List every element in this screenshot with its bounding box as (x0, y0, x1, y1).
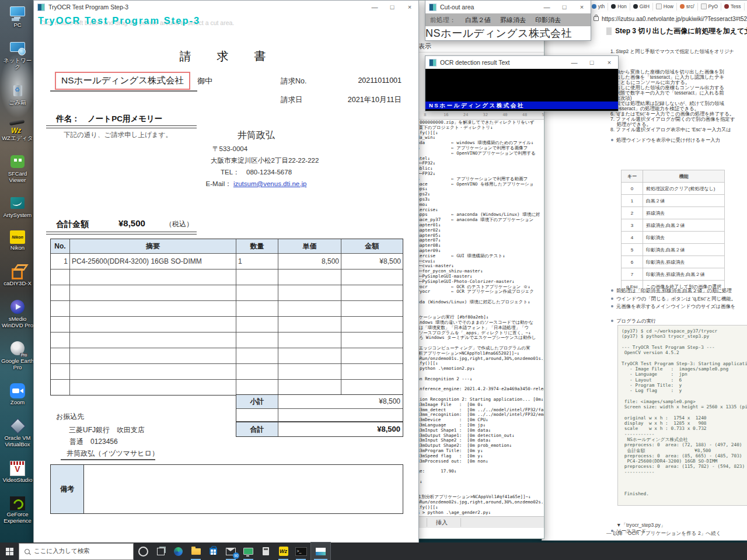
terminal-line (622, 340, 747, 345)
editor-line: chapter08↓ (414, 243, 544, 249)
cutout-title-bar[interactable]: Cut-out area — □ × (425, 1, 591, 13)
desktop-icon[interactable]: V VideoStudio (1, 460, 34, 484)
desktop-icon[interactable]: PC (1, 5, 34, 29)
desktop-icon-label: caDIY3D-X (1, 281, 34, 287)
minimize-button[interactable]: — (366, 1, 383, 13)
preprocess-toolbar: 前処理： 白黒２値 罫線消去 印影消去 (425, 13, 591, 26)
editor-line: Windows 環境の違いでそのままのソースコードでは動かな (414, 320, 544, 326)
preprocess-remove-lines[interactable]: 罫線消去 (500, 16, 526, 24)
editor-line: tryocr ← OCR アプリケーション作成プロジェク (414, 289, 544, 295)
terminal-line: preprocess: 0 area: (72, 188) - (497, 24… (622, 442, 747, 447)
browser-tab[interactable]: PyO (698, 3, 722, 10)
editor-menu-view[interactable]: 表示 (409, 41, 544, 52)
task-view-button[interactable] (153, 542, 169, 560)
subtotal-block: 小計 ¥8,500 合計 ¥8,500 (236, 394, 403, 437)
taskbar: ここに入力して検索 90 Wz >_ (0, 542, 747, 560)
close-button[interactable]: × (573, 1, 591, 13)
browser-tab[interactable]: Tess (721, 3, 744, 10)
desktop-icon-label: sMedio WinDVD Pro (1, 316, 34, 329)
calculator-button[interactable] (258, 542, 274, 560)
desktop-icon[interactable]: Nikon Nikon (1, 230, 34, 251)
client-underline (50, 90, 197, 92)
editor-line: ;33mInput Shape2 : [0m data↓ (414, 438, 544, 443)
minimize-button[interactable]: — (566, 56, 583, 69)
editor-line: public↓ (414, 166, 544, 172)
wz-editor-button[interactable]: Wz (275, 542, 291, 560)
minimize-button[interactable]: — (538, 1, 556, 13)
maximize-button[interactable]: □ (556, 1, 573, 13)
desktop-icon[interactable]: ごみ箱 (1, 82, 34, 106)
desktop-icon[interactable]: Zoom (1, 383, 34, 406)
desktop-icon[interactable]: Wz WZエディタ (1, 118, 34, 142)
console-button[interactable]: >_ (293, 542, 309, 560)
file-explorer-button[interactable] (188, 542, 204, 560)
browser-tab-label: Hon (617, 4, 627, 9)
desktop-icon[interactable]: SFCard Viewer (1, 153, 34, 184)
ocr-title-bar[interactable]: OCR detection result Text — □ × (425, 56, 618, 69)
terminal-line: PC4-25600(DDR4-3200) 16GB SO-DIMM (622, 459, 747, 464)
terminal-line (622, 355, 747, 360)
editor-line (414, 295, 544, 300)
main-title-bar[interactable]: TryOCR Test Program Step-3 — □ × (34, 1, 418, 13)
browser-tab[interactable] (745, 3, 747, 10)
desktop-icon-list: PC ネットワーク ごみ箱 Wz WZエディタ SFCard Viewer Ar… (1, 5, 34, 524)
editor-line (414, 392, 544, 397)
maximize-button[interactable]: □ (383, 1, 401, 13)
window-icon (429, 4, 437, 11)
heading-marker (606, 27, 612, 35)
editor-line: intel↓ (414, 156, 544, 162)
terminal-line: (py37) $ cd ~/workspace_py37/tryocr (622, 328, 747, 334)
app-icon (9, 195, 26, 211)
tax-row-label (236, 409, 278, 421)
ocr-result-canvas: NSホールディングス株式会社 (425, 69, 618, 111)
editor-line: exercise↓ (414, 208, 544, 213)
mail-button[interactable]: 90 (223, 542, 239, 560)
desktop-icon[interactable]: Pro Google Earth Pro (1, 341, 34, 371)
cortana-button[interactable] (135, 542, 151, 560)
editor-line: ion Recognition 2 ---↓ (414, 377, 544, 382)
desktop-icon[interactable]: GeForce Experience (1, 495, 34, 524)
desktop-icon[interactable]: Oracle VM VirtualBox (1, 418, 34, 448)
terminal-line: OpenCV version 4.5.2 (622, 350, 747, 355)
browser-tab[interactable]: src/ (677, 3, 698, 10)
store-button[interactable] (205, 542, 221, 560)
desktop-icon[interactable]: sMedio WinDVD Pro (1, 299, 34, 329)
browser-tab[interactable]: yth (589, 3, 608, 10)
favicon (724, 4, 729, 9)
desktop-icon-label: PC (1, 22, 34, 29)
bank-name: 三菱UFJ銀行 吹田支店 (69, 425, 145, 435)
terminal-line: original w x h : 1754 x 1240 (622, 415, 747, 421)
remote-display-button[interactable] (240, 542, 256, 560)
preprocess-remove-stamp[interactable]: 印影消去 (535, 16, 561, 24)
editor-line: es ← アプリケーションで利用する画像フ (414, 146, 544, 151)
wiki-note-line: ウインドウの「閉じる」ボタンは 'q,Esc'と同じ機能。 (610, 296, 736, 302)
desktop-icon[interactable]: caDIY3D-X (1, 263, 34, 287)
editor-text-area[interactable]: e_000000000.zip」を解凍してできたディレクトリをいずプ直下のプロジ… (414, 120, 544, 516)
editor-line: apps↓ (414, 187, 544, 192)
invoice-table: No. 摘要 数量 単価 金額 1 PC4-25600(DDR4-3200) 1… (50, 239, 403, 396)
desktop-icon[interactable]: ArtySystem (1, 195, 34, 219)
invoice-canvas[interactable]: Click mouse left button and drag the poi… (34, 13, 418, 544)
browser-tab[interactable]: GitH (630, 3, 653, 10)
start-button[interactable] (0, 542, 19, 560)
edge-button[interactable] (170, 542, 186, 560)
browser-tab[interactable]: Hon (608, 3, 630, 10)
taskbar-search[interactable]: ここに入力して検索 (19, 543, 134, 560)
source-file-link[interactable]: ▼「tryocr_step3.py」 (616, 522, 665, 529)
folder-icon (191, 548, 201, 555)
wiki-heading: Step 3 切り出した画像に前処理を加えて文字認識を行う (606, 26, 747, 36)
desktop-icon[interactable]: ネットワーク (1, 40, 34, 71)
maximize-button[interactable]: □ (583, 56, 601, 69)
email-link[interactable]: izutsum@venus.dti.ne.jp (233, 180, 306, 187)
close-button[interactable]: × (401, 1, 418, 13)
url-text[interactable]: https://izutsu.aa0.netvolante.jp/pukiwik… (602, 16, 747, 22)
issuer-email-row: E-Mail： izutsum@venus.dti.ne.jp (177, 180, 335, 188)
terminal-line: Finished. (622, 491, 747, 496)
app-icon: Pro (9, 341, 26, 357)
editor-line: inference_engine: 2021.4.2-3974-e2a469a3… (414, 387, 544, 392)
close-button[interactable]: × (601, 56, 618, 69)
editor-line: nda_win↓ (414, 135, 544, 141)
image-viewer-button-active[interactable] (310, 542, 331, 560)
preprocess-binarize[interactable]: 白黒２値 (465, 16, 491, 24)
browser-tab[interactable]: How (653, 3, 677, 10)
